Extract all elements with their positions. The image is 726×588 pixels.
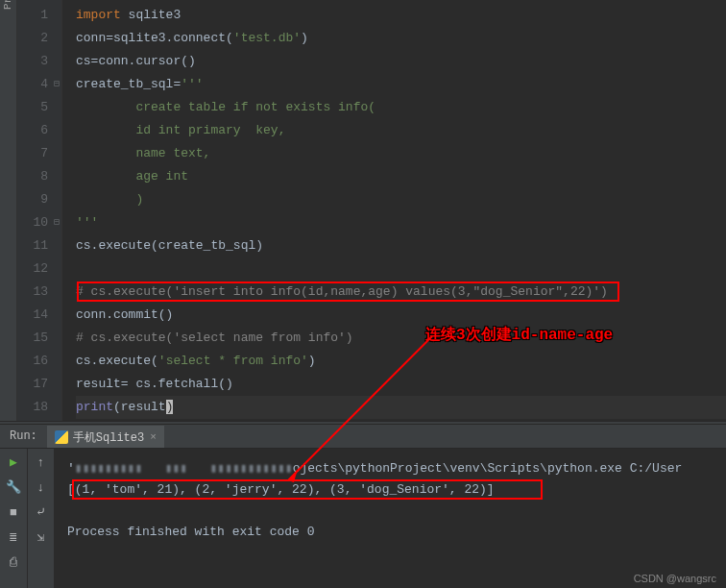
gutter-line: 11 — [17, 234, 61, 257]
wrench-icon[interactable]: 🔧 — [6, 479, 21, 495]
down-arrow-icon[interactable]: ↓ — [34, 479, 49, 495]
run-tab[interactable]: 手机Sqlite3 × — [47, 426, 164, 448]
annotation-text: 连续3次创建id-name-age — [425, 325, 613, 345]
print-icon[interactable]: ⎙ — [6, 554, 21, 570]
gutter-line: 3 — [17, 50, 61, 73]
run-output[interactable]: '▮▮▮▮▮▮▮▮▮ ▮▮▮ ▮▮▮▮▮▮▮▮▮▮▮ojects\pythonP… — [54, 449, 726, 588]
gutter-line: 18 — [17, 396, 61, 419]
watermark: CSDN @wangsrc — [634, 573, 716, 584]
code-line: conn=sqlite3.connect('test.db') — [76, 27, 726, 50]
code-line: ⊟''' — [76, 211, 726, 234]
rerun-icon[interactable]: ▶ — [6, 454, 21, 470]
gutter-line: 14 — [17, 304, 61, 327]
code-line: ) — [76, 188, 726, 211]
scroll-icon[interactable]: ⇲ — [34, 529, 49, 545]
fold-icon[interactable]: ⊟ — [54, 73, 60, 96]
code-line: print(result) — [76, 396, 726, 419]
code-line: import sqlite3 — [76, 4, 726, 27]
code-editor[interactable]: import sqlite3 conn=sqlite3.connect('tes… — [62, 0, 726, 421]
gutter-line: 9 — [17, 188, 61, 211]
run-panel: Run: 手机Sqlite3 × ▶ 🔧 ■ ≣ ⎙ ↑ ↓ ⤶ ⇲ '▮▮▮▮… — [0, 425, 726, 588]
code-line: cs.execute('select * from info') — [76, 350, 726, 373]
code-line: id int primary key, — [76, 119, 726, 142]
close-icon[interactable]: × — [150, 431, 157, 443]
code-line: name text, — [76, 142, 726, 165]
gutter-line: 2 — [17, 27, 61, 50]
fold-icon[interactable]: ⊟ — [54, 211, 60, 234]
run-toolbar-right: ↑ ↓ ⤶ ⇲ — [27, 449, 54, 588]
code-line — [76, 257, 726, 281]
code-line: # cs.execute('select name from info') — [76, 327, 726, 350]
gutter-line: 7 — [17, 142, 61, 165]
code-line: conn.commit() — [76, 304, 726, 327]
annotation-highlight-box-output — [72, 479, 543, 500]
gutter-line: 12 — [17, 257, 61, 281]
editor-area: Proj 1 2 3 4 5 6 7 8 9 10 11 12 13 14 15… — [0, 0, 726, 421]
gutter-line: 1 — [17, 4, 61, 27]
run-toolbar-left: ▶ 🔧 ■ ≣ ⎙ — [0, 449, 27, 588]
gutter-line: 15 — [17, 327, 61, 350]
layout-icon[interactable]: ≣ — [6, 529, 21, 545]
run-label: Run: — [0, 429, 47, 443]
gutter-line: 17 — [17, 373, 61, 396]
gutter-line: 6 — [17, 119, 61, 142]
up-arrow-icon[interactable]: ↑ — [34, 454, 49, 470]
code-line: create table if not exists info( — [76, 96, 726, 119]
annotation-highlight-box — [77, 282, 619, 302]
code-line: cs=conn.cursor() — [76, 50, 726, 73]
code-line: cs.execute(create_tb_sql) — [76, 234, 726, 257]
stop-icon[interactable]: ■ — [6, 504, 21, 520]
code-line: age int — [76, 165, 726, 188]
code-line: ⊟create_tb_sql=''' — [76, 73, 726, 96]
project-tool-tab[interactable]: Proj — [0, 0, 17, 421]
gutter-line: 16 — [17, 350, 61, 373]
project-tab-label: Proj — [2, 0, 13, 10]
line-gutter[interactable]: 1 2 3 4 5 6 7 8 9 10 11 12 13 14 15 16 1… — [17, 0, 62, 421]
run-body: ▶ 🔧 ■ ≣ ⎙ ↑ ↓ ⤶ ⇲ '▮▮▮▮▮▮▮▮▮ ▮▮▮ ▮▮▮▮▮▮▮… — [0, 449, 726, 588]
gutter-line: 8 — [17, 165, 61, 188]
gutter-line: 5 — [17, 96, 61, 119]
code-line: result= cs.fetchall() — [76, 373, 726, 396]
run-header: Run: 手机Sqlite3 × — [0, 425, 726, 449]
soft-wrap-icon[interactable]: ⤶ — [34, 504, 49, 520]
gutter-line: 13 — [17, 281, 61, 304]
run-tab-name: 手机Sqlite3 — [73, 429, 144, 446]
python-icon — [55, 430, 68, 444]
